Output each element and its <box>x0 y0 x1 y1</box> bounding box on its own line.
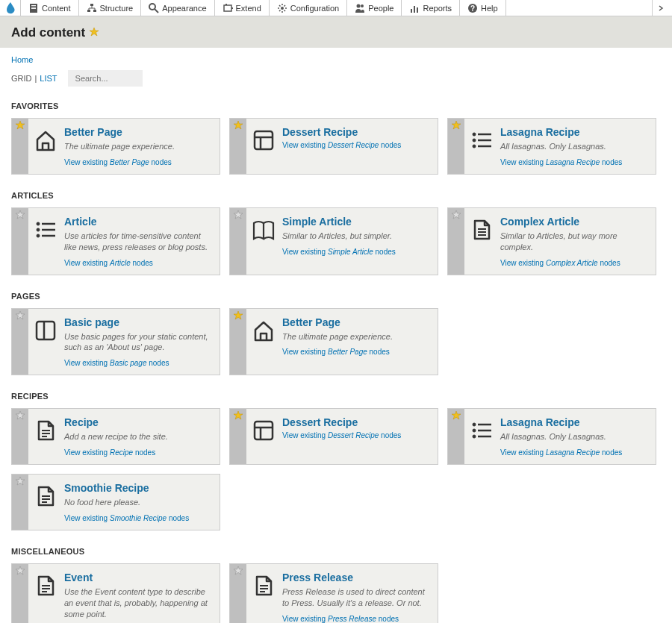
view-existing-link[interactable]: View existing Lasagna Recipe nodes <box>500 158 622 166</box>
content-type-card[interactable]: Basic pageUse basic pages for your stati… <box>11 308 220 376</box>
menu-appearance[interactable]: Appearance <box>141 0 214 16</box>
card-title[interactable]: Recipe <box>64 416 212 428</box>
star-empty-icon[interactable] <box>16 411 25 420</box>
view-existing-link[interactable]: View existing Lasagna Recipe nodes <box>500 448 622 457</box>
menu-people[interactable]: People <box>347 0 402 16</box>
menu-content[interactable]: Content <box>21 0 79 16</box>
card-title[interactable]: Smoothie Recipe <box>64 482 212 494</box>
card-link[interactable]: View existing Article nodes <box>64 259 212 267</box>
card-description: Press Release is used to direct content … <box>282 586 430 609</box>
card-link[interactable]: View existing Complex Article nodes <box>500 259 648 267</box>
star-empty-icon[interactable] <box>16 210 25 219</box>
card-icon-col <box>464 119 499 174</box>
card-title[interactable]: Better Page <box>64 126 212 138</box>
card-title[interactable]: Simple Article <box>282 216 430 228</box>
menu-extend[interactable]: Extend <box>215 0 270 16</box>
card-title[interactable]: Article <box>64 216 212 228</box>
content-type-card[interactable]: Dessert RecipeView existing Dessert Reci… <box>229 118 438 175</box>
star-empty-icon[interactable] <box>234 566 243 575</box>
card-link[interactable]: View existing Recipe nodes <box>64 448 212 457</box>
star-filled-icon[interactable] <box>234 121 243 130</box>
content-type-card[interactable]: Lasagna RecipeAll lasagnas. Only Lasagna… <box>447 118 656 175</box>
star-empty-icon[interactable] <box>16 311 25 320</box>
menu-structure[interactable]: Structure <box>79 0 142 16</box>
layout-icon <box>252 419 275 442</box>
section-title: RECIPES <box>11 392 661 401</box>
card-grid: EventUse the Event content type to descr… <box>11 563 661 623</box>
card-title[interactable]: Press Release <box>282 572 430 583</box>
star-filled-icon[interactable] <box>234 311 243 320</box>
page-header: Add content <box>0 16 672 48</box>
card-link[interactable]: View existing Lasagna Recipe nodes <box>500 158 648 166</box>
content-type-card[interactable]: Smoothie RecipeNo food here please.View … <box>11 474 220 530</box>
card-strip <box>448 119 464 174</box>
view-existing-link[interactable]: View existing Better Page nodes <box>282 348 390 356</box>
star-empty-icon[interactable] <box>234 210 243 219</box>
card-icon-col <box>246 564 281 623</box>
star-filled-icon[interactable] <box>16 121 25 130</box>
view-existing-link[interactable]: View existing Article nodes <box>64 259 153 267</box>
content-type-card[interactable]: RecipeAdd a new recipe to the site.View … <box>11 408 220 465</box>
card-link[interactable]: View existing Dessert Recipe nodes <box>282 141 430 149</box>
view-existing-link[interactable]: View existing Better Page nodes <box>64 158 172 166</box>
card-title[interactable]: Event <box>64 572 212 583</box>
content-type-card[interactable]: Better PageThe ultimate page experience.… <box>11 118 220 175</box>
card-title[interactable]: Better Page <box>282 316 430 328</box>
star-icon[interactable] <box>90 25 99 40</box>
content-type-card[interactable]: Lasagna RecipeAll lasagnas. Only Lasagna… <box>447 408 656 465</box>
star-filled-icon[interactable] <box>452 121 461 130</box>
menu-help[interactable]: Help <box>460 0 506 16</box>
card-link[interactable]: View existing Dessert Recipe nodes <box>282 431 430 439</box>
star-empty-icon[interactable] <box>16 566 25 575</box>
card-title[interactable]: Dessert Recipe <box>282 126 430 138</box>
content-type-card[interactable]: Dessert RecipeView existing Dessert Reci… <box>229 408 438 465</box>
card-link[interactable]: View existing Lasagna Recipe nodes <box>500 448 648 457</box>
view-existing-link[interactable]: View existing Simple Article nodes <box>282 248 396 256</box>
menu-configuration[interactable]: Configuration <box>270 0 347 16</box>
view-existing-link[interactable]: View existing Press Release nodes <box>282 615 399 623</box>
breadcrumb-home[interactable]: Home <box>11 55 33 64</box>
content-type-card[interactable]: Simple ArticleSimilar to Articles, but s… <box>229 207 438 275</box>
card-description: The ultimate page experience. <box>282 331 430 342</box>
content-type-card[interactable]: Press ReleasePress Release is used to di… <box>229 563 438 623</box>
content-type-card[interactable]: ArticleUse articles for time-sensitive c… <box>11 207 220 275</box>
content-type-card[interactable]: Complex ArticleSimilar to Articles, but … <box>447 207 656 275</box>
card-body: RecipeAdd a new recipe to the site.View … <box>63 409 220 464</box>
card-link[interactable]: View existing Simple Article nodes <box>282 248 430 256</box>
card-grid: Better PageThe ultimate page experience.… <box>11 118 661 175</box>
search-input[interactable] <box>68 70 143 87</box>
card-title[interactable]: Lasagna Recipe <box>500 126 648 138</box>
menu-right-toggle[interactable] <box>652 0 672 16</box>
card-description: Similar to Articles, but way more comple… <box>500 231 648 253</box>
card-body: EventUse the Event content type to descr… <box>63 564 220 623</box>
card-title[interactable]: Lasagna Recipe <box>500 416 648 428</box>
view-list[interactable]: LIST <box>40 74 57 83</box>
card-grid: Basic pageUse basic pages for your stati… <box>11 308 661 376</box>
card-title[interactable]: Complex Article <box>500 216 648 228</box>
card-link[interactable]: View existing Better Page nodes <box>64 158 212 166</box>
card-link[interactable]: View existing Press Release nodes <box>282 615 430 623</box>
view-existing-link[interactable]: View existing Complex Article nodes <box>500 259 620 267</box>
card-link[interactable]: View existing Smoothie Recipe nodes <box>64 514 212 522</box>
view-existing-link[interactable]: View existing Dessert Recipe nodes <box>282 431 401 439</box>
menu-reports[interactable]: Reports <box>402 0 460 16</box>
view-existing-link[interactable]: View existing Smoothie Recipe nodes <box>64 514 189 522</box>
drupal-logo[interactable] <box>0 0 21 16</box>
view-existing-link[interactable]: View existing Dessert Recipe nodes <box>282 141 401 149</box>
star-empty-icon[interactable] <box>16 477 25 486</box>
page-title-text: Add content <box>11 25 85 40</box>
star-filled-icon[interactable] <box>452 411 461 420</box>
card-icon-col <box>28 208 63 275</box>
content-type-card[interactable]: Better PageThe ultimate page experience.… <box>229 308 438 376</box>
card-title[interactable]: Dessert Recipe <box>282 416 430 428</box>
card-link[interactable]: View existing Better Page nodes <box>282 348 430 356</box>
card-title[interactable]: Basic page <box>64 316 212 328</box>
star-filled-icon[interactable] <box>234 411 243 420</box>
view-existing-link[interactable]: View existing Recipe nodes <box>64 448 155 457</box>
view-existing-link[interactable]: View existing Basic page nodes <box>64 359 169 367</box>
content-type-card[interactable]: EventUse the Event content type to descr… <box>11 563 220 623</box>
card-link[interactable]: View existing Basic page nodes <box>64 359 212 367</box>
star-empty-icon[interactable] <box>452 210 461 219</box>
card-description: Use the Event content type to describe a… <box>64 586 212 620</box>
view-grid[interactable]: GRID <box>11 74 32 83</box>
